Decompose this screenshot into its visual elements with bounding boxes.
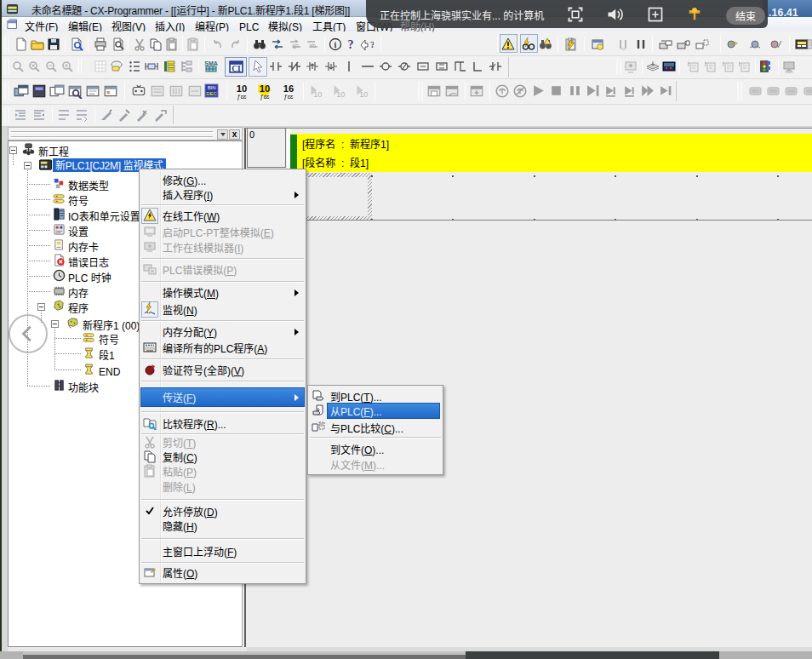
svg-text:CI: CI	[232, 64, 241, 73]
svg-text:10: 10	[336, 90, 345, 99]
svg-text:ƒɛɛ: ƒɛɛ	[237, 93, 247, 100]
svg-text:roon: roon	[785, 69, 793, 73]
svg-text:DEC: DEC	[206, 91, 216, 96]
svg-text:i: i	[335, 40, 337, 49]
svg-text:ƒɛɛ: ƒɛɛ	[283, 93, 294, 100]
svg-text:BIN: BIN	[208, 85, 216, 90]
svg-text:10: 10	[313, 90, 322, 99]
svg-text:ab: ab	[292, 41, 299, 49]
svg-text:ƒɛɛ: ƒɛɛ	[260, 93, 270, 100]
svg-text:SMA: SMA	[204, 60, 218, 66]
svg-text:?: ?	[348, 38, 354, 51]
svg-text:10: 10	[359, 90, 368, 99]
svg-text:?: ?	[370, 39, 374, 49]
svg-text:ab: ab	[309, 41, 316, 49]
svg-text:ro: ro	[621, 45, 626, 51]
